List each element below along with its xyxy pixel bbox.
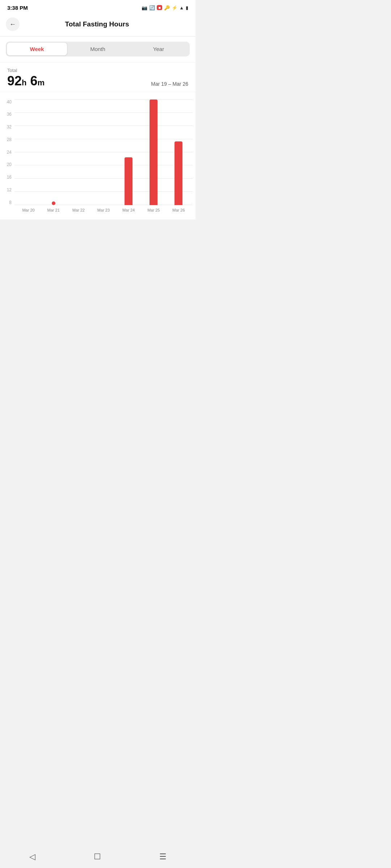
stats-date-range: Mar 19 – Mar 26 (151, 81, 188, 88)
tab-month[interactable]: Month (68, 43, 128, 55)
y-label-24: 24 (7, 150, 12, 155)
y-label-16: 16 (7, 175, 12, 180)
wifi-icon: ▲ (179, 5, 184, 10)
y-axis: 40 36 32 28 24 20 16 12 8 (3, 99, 14, 215)
bar-col-4 (116, 157, 141, 205)
x-label-3: Mar 23 (91, 208, 116, 212)
x-label-6: Mar 26 (166, 208, 191, 212)
x-label-0: Mar 20 (16, 208, 41, 212)
bar-col-1 (41, 201, 66, 205)
back-button[interactable]: ← (6, 17, 20, 31)
stats-value: 92h 6m (7, 74, 45, 88)
status-icons: 📷 🔄 ■ 🔑 ⚡ ▲ ▮ (142, 5, 188, 10)
bar-4 (125, 157, 133, 205)
y-label-36: 36 (7, 112, 12, 117)
x-label-1: Mar 21 (41, 208, 66, 212)
bar-col-5 (141, 99, 166, 205)
tab-year[interactable]: Year (129, 43, 189, 55)
x-label-5: Mar 25 (141, 208, 166, 212)
x-label-4: Mar 24 (116, 208, 141, 212)
y-label-28: 28 (7, 137, 12, 142)
bar-col-6 (166, 141, 191, 205)
stats-hours-unit: h (22, 78, 26, 87)
tab-segment-container: Week Month Year (0, 37, 196, 62)
x-labels: Mar 20Mar 21Mar 22Mar 23Mar 24Mar 25Mar … (14, 205, 193, 215)
key-icon: 🔑 (164, 5, 170, 10)
stats-minutes: 6 (30, 73, 38, 88)
y-label-32: 32 (7, 124, 12, 129)
y-label-12: 12 (7, 187, 12, 192)
tab-week[interactable]: Week (7, 43, 67, 55)
x-label-2: Mar 22 (66, 208, 91, 212)
empty-area (0, 220, 196, 379)
bluetooth-icon: ⚡ (172, 5, 177, 10)
stats-left: Total 92h 6m (7, 68, 45, 88)
bar-5 (150, 99, 157, 205)
stats-minutes-unit: m (38, 78, 45, 87)
stats-total-label: Total (7, 68, 45, 73)
stats-hours: 92 (7, 73, 22, 88)
y-label-20: 20 (7, 162, 12, 167)
status-time: 3:38 PM (7, 5, 28, 11)
chart-area: 40 36 32 28 24 20 16 12 8 (3, 99, 193, 215)
back-arrow-icon: ← (9, 21, 16, 28)
bars-row (14, 99, 193, 205)
tab-segment: Week Month Year (6, 42, 190, 56)
rotate-icon: 🔄 (149, 5, 155, 10)
stats-section: Total 92h 6m Mar 19 – Mar 26 (0, 63, 196, 92)
chart-grid-bars: Mar 20Mar 21Mar 22Mar 23Mar 24Mar 25Mar … (14, 99, 193, 215)
status-bar: 3:38 PM 📷 🔄 ■ 🔑 ⚡ ▲ ▮ (0, 0, 196, 14)
bar-6 (175, 141, 182, 205)
camera-red-icon: ■ (157, 5, 162, 10)
page-title: Total Fasting Hours (20, 20, 175, 28)
video-icon: 📷 (142, 5, 147, 10)
battery-icon: ▮ (186, 5, 188, 10)
y-label-8: 8 (9, 200, 12, 205)
chart-container: 40 36 32 28 24 20 16 12 8 (0, 92, 196, 220)
header: ← Total Fasting Hours (0, 14, 196, 37)
y-label-40: 40 (7, 99, 12, 105)
bar-dot-1 (52, 201, 55, 205)
